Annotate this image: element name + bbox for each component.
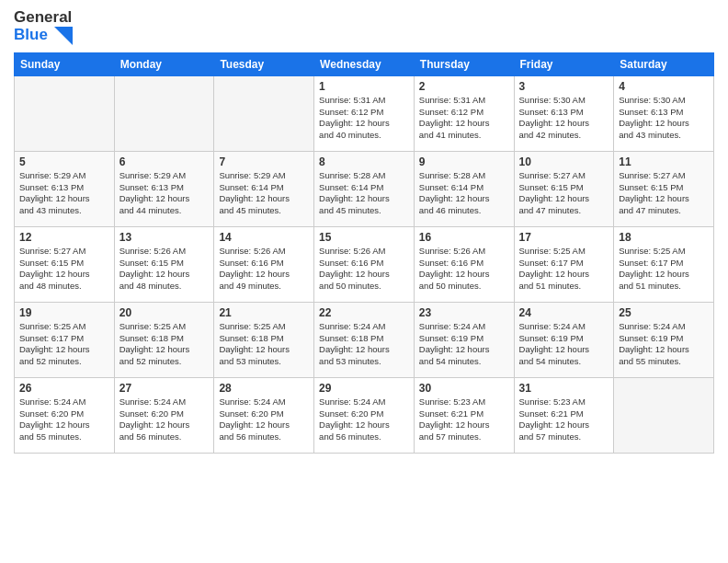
day-info: Sunrise: 5:24 AM Sunset: 6:20 PM Dayligh… — [119, 396, 210, 443]
calendar-cell: 28Sunrise: 5:24 AM Sunset: 6:20 PM Dayli… — [214, 377, 314, 453]
day-number: 7 — [219, 155, 309, 168]
day-info: Sunrise: 5:25 AM Sunset: 6:18 PM Dayligh… — [219, 321, 309, 368]
calendar-cell: 10Sunrise: 5:27 AM Sunset: 6:15 PM Dayli… — [514, 151, 614, 226]
day-number: 11 — [619, 155, 709, 168]
weekday-header: Wednesday — [314, 52, 415, 75]
day-info: Sunrise: 5:26 AM Sunset: 6:16 PM Dayligh… — [319, 246, 409, 293]
day-info: Sunrise: 5:25 AM Sunset: 6:18 PM Dayligh… — [119, 321, 210, 368]
day-info: Sunrise: 5:31 AM Sunset: 6:12 PM Dayligh… — [319, 95, 409, 142]
calendar-week-row: 1Sunrise: 5:31 AM Sunset: 6:12 PM Daylig… — [15, 75, 714, 151]
calendar-cell: 2Sunrise: 5:31 AM Sunset: 6:12 PM Daylig… — [414, 75, 514, 151]
day-info: Sunrise: 5:28 AM Sunset: 6:14 PM Dayligh… — [319, 170, 409, 217]
day-info: Sunrise: 5:26 AM Sunset: 6:16 PM Dayligh… — [419, 246, 509, 293]
calendar-cell — [214, 75, 314, 151]
calendar-cell: 5Sunrise: 5:29 AM Sunset: 6:13 PM Daylig… — [15, 151, 115, 226]
calendar-week-row: 26Sunrise: 5:24 AM Sunset: 6:20 PM Dayli… — [15, 377, 714, 453]
day-info: Sunrise: 5:24 AM Sunset: 6:20 PM Dayligh… — [319, 396, 409, 443]
calendar-cell: 13Sunrise: 5:26 AM Sunset: 6:15 PM Dayli… — [114, 226, 214, 302]
day-number: 29 — [319, 382, 409, 395]
header: General Blue — [14, 9, 714, 45]
day-number: 15 — [319, 231, 409, 244]
day-info: Sunrise: 5:29 AM Sunset: 6:14 PM Dayligh… — [219, 170, 309, 217]
page-container: General Blue SundayMondayTuesdayWednesda… — [0, 0, 728, 463]
day-number: 27 — [119, 382, 210, 395]
logo: General Blue — [14, 9, 73, 45]
day-number: 25 — [619, 306, 709, 319]
calendar-table: SundayMondayTuesdayWednesdayThursdayFrid… — [14, 52, 714, 454]
calendar-cell: 25Sunrise: 5:24 AM Sunset: 6:19 PM Dayli… — [614, 302, 714, 377]
day-info: Sunrise: 5:24 AM Sunset: 6:19 PM Dayligh… — [519, 321, 609, 368]
day-info: Sunrise: 5:23 AM Sunset: 6:21 PM Dayligh… — [519, 396, 609, 443]
calendar-week-row: 12Sunrise: 5:27 AM Sunset: 6:15 PM Dayli… — [15, 226, 714, 302]
day-info: Sunrise: 5:27 AM Sunset: 6:15 PM Dayligh… — [19, 246, 109, 293]
calendar-cell: 15Sunrise: 5:26 AM Sunset: 6:16 PM Dayli… — [314, 226, 415, 302]
day-info: Sunrise: 5:30 AM Sunset: 6:13 PM Dayligh… — [619, 95, 709, 142]
calendar-cell: 31Sunrise: 5:23 AM Sunset: 6:21 PM Dayli… — [514, 377, 614, 453]
day-info: Sunrise: 5:25 AM Sunset: 6:17 PM Dayligh… — [619, 246, 709, 293]
calendar-cell: 27Sunrise: 5:24 AM Sunset: 6:20 PM Dayli… — [114, 377, 214, 453]
calendar-cell: 8Sunrise: 5:28 AM Sunset: 6:14 PM Daylig… — [314, 151, 415, 226]
day-number: 22 — [319, 306, 409, 319]
day-number: 18 — [619, 231, 709, 244]
calendar-week-row: 5Sunrise: 5:29 AM Sunset: 6:13 PM Daylig… — [15, 151, 714, 226]
calendar-cell: 18Sunrise: 5:25 AM Sunset: 6:17 PM Dayli… — [614, 226, 714, 302]
day-info: Sunrise: 5:26 AM Sunset: 6:15 PM Dayligh… — [119, 246, 210, 293]
calendar-cell: 12Sunrise: 5:27 AM Sunset: 6:15 PM Dayli… — [15, 226, 115, 302]
day-number: 19 — [19, 306, 109, 319]
header-row: SundayMondayTuesdayWednesdayThursdayFrid… — [15, 52, 714, 75]
day-info: Sunrise: 5:25 AM Sunset: 6:17 PM Dayligh… — [19, 321, 109, 368]
day-number: 30 — [419, 382, 509, 395]
calendar-cell: 7Sunrise: 5:29 AM Sunset: 6:14 PM Daylig… — [214, 151, 314, 226]
day-info: Sunrise: 5:31 AM Sunset: 6:12 PM Dayligh… — [419, 95, 509, 142]
calendar-cell: 3Sunrise: 5:30 AM Sunset: 6:13 PM Daylig… — [514, 75, 614, 151]
day-number: 24 — [519, 306, 609, 319]
day-info: Sunrise: 5:24 AM Sunset: 6:19 PM Dayligh… — [419, 321, 509, 368]
day-info: Sunrise: 5:24 AM Sunset: 6:20 PM Dayligh… — [19, 396, 109, 443]
day-number: 23 — [419, 306, 509, 319]
calendar-cell: 14Sunrise: 5:26 AM Sunset: 6:16 PM Dayli… — [214, 226, 314, 302]
day-number: 17 — [519, 231, 609, 244]
calendar-cell: 16Sunrise: 5:26 AM Sunset: 6:16 PM Dayli… — [414, 226, 514, 302]
calendar-cell: 29Sunrise: 5:24 AM Sunset: 6:20 PM Dayli… — [314, 377, 415, 453]
day-number: 20 — [119, 306, 210, 319]
day-number: 4 — [619, 80, 709, 93]
day-number: 13 — [119, 231, 210, 244]
blue-triangle-icon — [54, 27, 73, 45]
calendar-cell: 17Sunrise: 5:25 AM Sunset: 6:17 PM Dayli… — [514, 226, 614, 302]
weekday-header: Friday — [514, 52, 614, 75]
day-number: 5 — [19, 155, 109, 168]
calendar-cell: 24Sunrise: 5:24 AM Sunset: 6:19 PM Dayli… — [514, 302, 614, 377]
calendar-cell — [614, 377, 714, 453]
day-info: Sunrise: 5:28 AM Sunset: 6:14 PM Dayligh… — [419, 170, 509, 217]
day-number: 12 — [19, 231, 109, 244]
calendar-cell: 1Sunrise: 5:31 AM Sunset: 6:12 PM Daylig… — [314, 75, 415, 151]
calendar-cell: 4Sunrise: 5:30 AM Sunset: 6:13 PM Daylig… — [614, 75, 714, 151]
weekday-header: Thursday — [414, 52, 514, 75]
day-info: Sunrise: 5:27 AM Sunset: 6:15 PM Dayligh… — [519, 170, 609, 217]
day-number: 6 — [119, 155, 210, 168]
weekday-header: Tuesday — [214, 52, 314, 75]
calendar-cell: 6Sunrise: 5:29 AM Sunset: 6:13 PM Daylig… — [114, 151, 214, 226]
weekday-header: Saturday — [614, 52, 714, 75]
calendar-week-row: 19Sunrise: 5:25 AM Sunset: 6:17 PM Dayli… — [15, 302, 714, 377]
day-number: 16 — [419, 231, 509, 244]
calendar-cell: 19Sunrise: 5:25 AM Sunset: 6:17 PM Dayli… — [15, 302, 115, 377]
calendar-cell: 21Sunrise: 5:25 AM Sunset: 6:18 PM Dayli… — [214, 302, 314, 377]
day-number: 9 — [419, 155, 509, 168]
day-info: Sunrise: 5:26 AM Sunset: 6:16 PM Dayligh… — [219, 246, 309, 293]
day-number: 3 — [519, 80, 609, 93]
calendar-cell: 20Sunrise: 5:25 AM Sunset: 6:18 PM Dayli… — [114, 302, 214, 377]
day-info: Sunrise: 5:24 AM Sunset: 6:19 PM Dayligh… — [619, 321, 709, 368]
day-number: 10 — [519, 155, 609, 168]
svg-marker-0 — [54, 27, 73, 45]
calendar-cell: 11Sunrise: 5:27 AM Sunset: 6:15 PM Dayli… — [614, 151, 714, 226]
day-number: 21 — [219, 306, 309, 319]
day-number: 8 — [319, 155, 409, 168]
calendar-cell: 30Sunrise: 5:23 AM Sunset: 6:21 PM Dayli… — [414, 377, 514, 453]
day-info: Sunrise: 5:29 AM Sunset: 6:13 PM Dayligh… — [19, 170, 109, 217]
day-number: 1 — [319, 80, 409, 93]
day-info: Sunrise: 5:30 AM Sunset: 6:13 PM Dayligh… — [519, 95, 609, 142]
day-info: Sunrise: 5:24 AM Sunset: 6:20 PM Dayligh… — [219, 396, 309, 443]
day-info: Sunrise: 5:29 AM Sunset: 6:13 PM Dayligh… — [119, 170, 210, 217]
day-number: 28 — [219, 382, 309, 395]
